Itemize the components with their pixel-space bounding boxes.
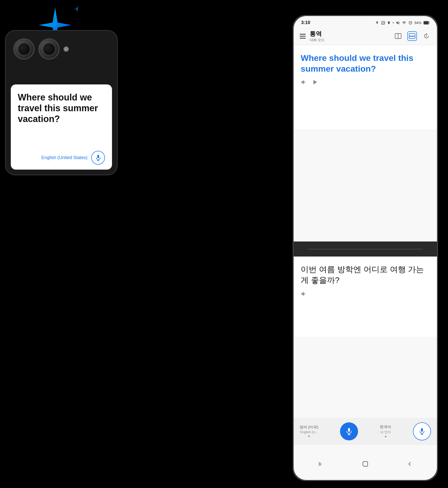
camera-lens-2	[38, 38, 60, 60]
header-title-group: 통역 대화 모드	[310, 30, 325, 42]
back-button[interactable]	[406, 460, 413, 467]
header-actions	[393, 31, 431, 41]
svg-rect-12	[409, 34, 415, 36]
mute-icon	[396, 21, 400, 25]
svg-marker-1	[74, 6, 78, 12]
cover-screen: Where should we travel this summer vacat…	[11, 84, 112, 170]
svg-rect-13	[409, 36, 415, 39]
app-subtitle: 대화 모드	[310, 38, 325, 42]
left-lang-name: 영어 (미국)	[300, 425, 318, 430]
status-icons: • 94%	[375, 21, 429, 25]
phone-top-screen: 3:10 • 94%	[294, 16, 437, 241]
cover-mic-button[interactable]	[91, 151, 105, 165]
speaker-button-ko[interactable]	[301, 291, 307, 297]
active-view-button[interactable]	[407, 31, 417, 41]
mic-button-korean[interactable]	[413, 422, 431, 440]
app-header: 통역 대화 모드	[294, 27, 437, 45]
svg-marker-2	[77, 20, 78, 22]
english-panel-actions	[301, 79, 430, 85]
battery-percentage: 94%	[414, 21, 421, 25]
svg-rect-15	[348, 428, 350, 432]
recent-apps-button[interactable]	[317, 460, 324, 467]
cover-translation-text: Where should we travel this summer vacat…	[18, 92, 105, 125]
cover-language-label: English (United States)	[41, 155, 87, 160]
hamburger-button[interactable]	[300, 34, 306, 39]
small-phone-body: Where should we travel this summer vacat…	[5, 30, 118, 175]
hinge-line	[308, 249, 423, 250]
location-icon	[387, 21, 391, 25]
phone-bottom-screen: 이번 여름 방학엔 어디로 여행 가는 게 좋을까? 영어 (미국) Engli…	[294, 257, 437, 480]
korean-panel-actions	[301, 291, 430, 297]
large-phone-body: 3:10 • 94%	[293, 15, 438, 481]
svg-rect-24	[363, 462, 368, 466]
svg-marker-14	[313, 80, 317, 84]
upload-icon	[375, 21, 379, 25]
home-button[interactable]	[362, 460, 369, 467]
alarm-icon	[408, 21, 412, 25]
svg-rect-3	[97, 155, 99, 158]
svg-point-7	[382, 22, 383, 22]
translation-panel-korean: 이번 여름 방학엔 어디로 여행 가는 게 좋을까?	[294, 257, 437, 337]
small-flip-phone: Where should we travel this summer vacat…	[5, 30, 118, 175]
mic-button-english[interactable]	[340, 422, 358, 440]
right-lang-name: 한국어	[380, 425, 391, 429]
left-lang-sub: English (U...	[300, 430, 318, 434]
panel-divider	[294, 130, 437, 131]
left-language-selector[interactable]: 영어 (미국) English (U... ▾	[300, 425, 318, 438]
wifi-icon	[402, 21, 406, 25]
app-title: 통역	[310, 30, 325, 38]
english-translation-text: Where should we travel this summer vacat…	[301, 53, 430, 74]
phone-hinge	[294, 241, 437, 257]
dot-indicator: •	[393, 21, 394, 25]
camera-area	[13, 38, 69, 60]
image-icon	[381, 21, 385, 25]
status-bar: 3:10 • 94%	[294, 16, 437, 27]
history-button[interactable]	[421, 31, 431, 41]
right-lang-sub: 내 언어	[380, 430, 391, 434]
navigation-bar	[294, 458, 437, 470]
header-left: 통역 대화 모드	[300, 30, 325, 42]
camera-flash	[63, 46, 69, 52]
battery-icon	[423, 21, 429, 25]
korean-translation-text: 이번 여름 방학엔 어디로 여행 가는 게 좋을까?	[301, 264, 430, 286]
right-language-selector[interactable]: 한국어 내 언어 ▾	[380, 425, 391, 438]
translation-panel-english: Where should we travel this summer vacat…	[294, 45, 437, 130]
right-lang-dropdown-icon: ▾	[385, 435, 386, 438]
speaker-button-en[interactable]	[301, 79, 307, 85]
cover-bottom-bar: English (United States)	[18, 151, 105, 165]
status-time: 3:10	[301, 20, 310, 25]
language-toolbar: 영어 (미국) English (U... ▾ 한국어 내 언어 ▾	[294, 418, 437, 445]
camera-lens-1	[13, 38, 35, 60]
play-button-en[interactable]	[312, 79, 318, 85]
large-flip-phone: 3:10 • 94%	[293, 15, 438, 481]
svg-rect-9	[424, 22, 428, 24]
split-view-button[interactable]	[393, 31, 403, 41]
svg-rect-18	[421, 428, 423, 432]
left-lang-dropdown-icon: ▾	[308, 434, 310, 438]
